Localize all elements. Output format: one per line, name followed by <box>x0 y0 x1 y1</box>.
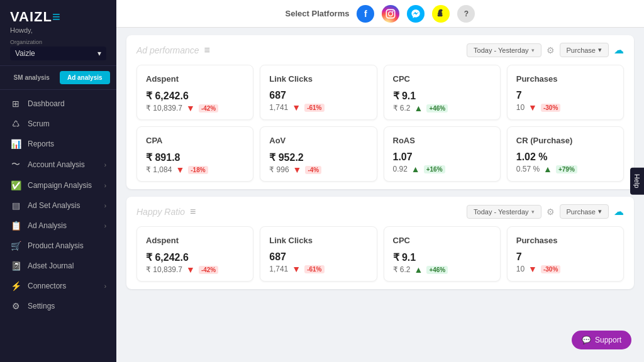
nav-icon: 📊 <box>10 139 21 149</box>
metric-main-value: ₹ 952.2 <box>269 151 367 163</box>
section1-controls: Today - Yesterday ▾ ⚙ Purchase ▾ ☁ <box>467 43 624 57</box>
metric-secondary-value: ₹ 10,839.7 <box>146 265 182 274</box>
metric-badge: +46% <box>426 104 448 112</box>
metric-badge: -61% <box>304 104 324 112</box>
nav-item-label: Product Analysis <box>28 241 84 250</box>
sidebar-item-scrum[interactable]: ♺ Scrum <box>0 114 116 134</box>
howdy-text: Howdy, <box>10 26 106 34</box>
support-button[interactable]: 💬 Support <box>572 331 631 349</box>
metric-card-cr(purchase): CR (Purchase) 1.02 % 0.57 % ▲ +79% <box>507 126 624 182</box>
chevron-right-icon: › <box>104 222 106 229</box>
trend-down-icon: ▼ <box>186 265 195 275</box>
nav-icon: ⚙ <box>10 301 21 311</box>
metric-card-cpa: CPA ₹ 891.8 ₹ 1,084 ▼ -18% <box>136 126 253 182</box>
metric-secondary-value: ₹ 6.2 <box>393 104 411 112</box>
sidebar-item-settings[interactable]: ⚙ Settings <box>0 296 116 316</box>
metric-main-value: 7 <box>516 90 614 101</box>
trend-up-icon: ▲ <box>411 164 420 174</box>
nav-item-label: Ad Analysis <box>28 221 67 230</box>
svg-point-1 <box>389 11 393 16</box>
section1-title-area: Ad performance ≡ <box>136 45 210 56</box>
metric-secondary-row: 0.57 % ▲ +79% <box>516 164 614 174</box>
trend-up-icon: ▲ <box>414 103 423 113</box>
section1-metrics-grid: Adspent ₹ 6,242.6 ₹ 10,839.7 ▼ -42% Link… <box>136 65 624 182</box>
snapchat-platform-icon[interactable] <box>432 5 450 23</box>
chevron-down-icon: ▾ <box>598 46 602 54</box>
sidebar-item-campaign-analysis[interactable]: ✅ Campaign Analysis › <box>0 175 116 195</box>
sidebar-item-ad-analysis[interactable]: 📋 Ad Analysis › <box>0 216 116 236</box>
metric-main-value: 687 <box>269 90 367 101</box>
metric-badge: -30% <box>541 104 560 112</box>
sm-analysis-tab[interactable]: SM analysis <box>6 71 57 84</box>
section2-metrics-grid: Adspent ₹ 6,242.6 ₹ 10,839.7 ▼ -42% Link… <box>136 226 624 282</box>
metric-secondary-row: ₹ 6.2 ▲ +46% <box>393 103 491 113</box>
sidebar-item-dashboard[interactable]: ⊞ Dashboard <box>0 94 116 114</box>
cloud-upload-icon[interactable]: ☁ <box>614 206 624 217</box>
trend-down-icon: ▼ <box>293 165 302 175</box>
metric-main-value: 7 <box>516 251 614 263</box>
org-selector[interactable]: Vaizle ▾ <box>10 47 106 60</box>
metric-title: Purchases <box>516 74 614 84</box>
trend-up-icon: ▲ <box>414 265 423 275</box>
metric-badge: +79% <box>556 165 577 173</box>
sidebar-item-connectors[interactable]: ⚡ Connectors › <box>0 276 116 296</box>
section1-date-range[interactable]: Today - Yesterday ▾ <box>467 43 541 57</box>
select-platforms-label: Select Platforms <box>286 9 350 18</box>
instagram-platform-icon[interactable] <box>382 5 399 23</box>
metric-secondary-row: 10 ▼ -30% <box>516 102 614 112</box>
metric-badge: +46% <box>426 266 448 274</box>
section1-header: Ad performance ≡ Today - Yesterday ▾ ⚙ P… <box>136 43 624 57</box>
metric-secondary-row: 1,741 ▼ -61% <box>269 102 367 112</box>
help-platform-icon[interactable]: ? <box>457 5 475 23</box>
settings-gear-icon[interactable]: ⚙ <box>547 207 555 217</box>
main-content: Select Platforms f ? Ad performance ≡ To… <box>116 0 644 362</box>
nav-icon: ✅ <box>10 180 21 190</box>
metric-secondary-value: 0.92 <box>393 165 408 173</box>
top-bar: Select Platforms f ? <box>116 0 644 28</box>
metric-secondary-value: 0.57 % <box>516 165 540 173</box>
menu-lines-icon[interactable]: ≡ <box>204 45 210 56</box>
sidebar-item-ad-set-analysis[interactable]: ▤ Ad Set Analysis › <box>0 195 116 216</box>
sidebar-item-product-analysis[interactable]: 🛒 Product Analysis <box>0 236 116 256</box>
ad-analysis-tab[interactable]: Ad analysis <box>60 71 111 84</box>
sidebar-item-reports[interactable]: 📊 Reports <box>0 134 116 154</box>
trend-up-icon: ▲ <box>543 164 552 174</box>
section2-date-range[interactable]: Today - Yesterday ▾ <box>467 205 541 219</box>
chevron-down-icon: ▾ <box>598 207 602 216</box>
chevron-right-icon: › <box>104 283 106 290</box>
chevron-down-icon: ▾ <box>97 49 101 58</box>
section2-controls: Today - Yesterday ▾ ⚙ Purchase ▾ ☁ <box>467 204 624 219</box>
settings-gear-icon[interactable]: ⚙ <box>547 45 555 55</box>
metric-values: 7 10 ▼ -30% <box>516 251 614 274</box>
metric-title: Adspent <box>146 236 244 245</box>
metric-secondary-row: 1,741 ▼ -61% <box>269 264 367 274</box>
metric-main-value: 687 <box>269 251 367 263</box>
nav-item-label: Account Analysis <box>28 160 85 169</box>
org-name: Vaizle <box>15 49 35 58</box>
facebook-platform-icon[interactable]: f <box>357 5 374 23</box>
metric-title: CPA <box>146 136 244 145</box>
sidebar-item-account-analysis[interactable]: 〜 Account Analysis › <box>0 154 116 175</box>
metric-card-roas: RoAS 1.07 0.92 ▲ +16% <box>384 126 501 182</box>
help-tab[interactable]: Help <box>630 168 644 195</box>
chevron-down-icon: ▾ <box>531 209 535 215</box>
metric-values: 687 1,741 ▼ -61% <box>269 251 367 274</box>
sidebar-item-adset-journal[interactable]: 📓 Adset Journal <box>0 256 116 276</box>
metric-secondary-value: ₹ 1,084 <box>146 165 172 174</box>
logo-area: VAIZL≡ Howdy, Organization Vaizle ▾ <box>0 0 116 66</box>
section1-purchase-select[interactable]: Purchase ▾ <box>560 43 609 57</box>
chevron-right-icon: › <box>104 182 106 189</box>
menu-lines-icon[interactable]: ≡ <box>190 206 196 217</box>
metric-secondary-value: 1,741 <box>269 265 288 273</box>
metric-values: ₹ 6,242.6 ₹ 10,839.7 ▼ -42% <box>146 251 244 275</box>
metric-secondary-value: 1,741 <box>269 103 288 112</box>
metric-main-value: ₹ 6,242.6 <box>146 90 244 102</box>
metric-secondary-row: ₹ 1,084 ▼ -18% <box>146 165 244 175</box>
metric-main-value: 1.02 % <box>516 151 614 163</box>
cloud-upload-icon[interactable]: ☁ <box>614 44 624 56</box>
metric-title: Adspent <box>146 74 244 84</box>
messenger-platform-icon[interactable] <box>407 5 425 23</box>
svg-point-2 <box>392 11 394 12</box>
nav-item-label: Scrum <box>28 119 50 128</box>
section2-purchase-select[interactable]: Purchase ▾ <box>560 204 609 219</box>
